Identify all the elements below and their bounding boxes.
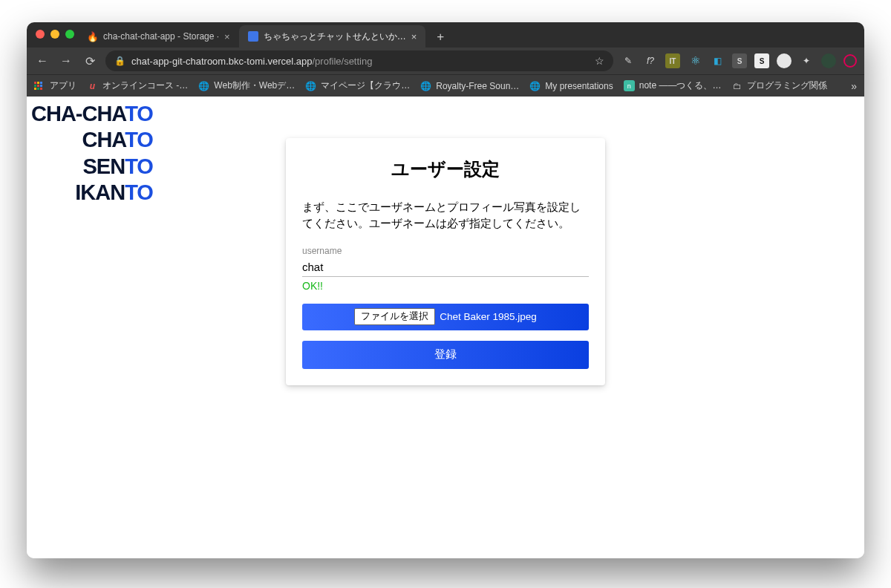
bookmark-5[interactable]: nnote ――つくる、… [624,79,722,92]
chosen-file-name: Chet Baker 1985.jpeg [440,311,537,322]
udemy-icon: u [87,81,98,91]
url-path: /profile/setting [313,56,373,67]
logo-line-2: CHATO [31,127,153,153]
forward-button[interactable]: → [58,54,74,68]
globe-icon: 🌐 [420,81,431,91]
cube-icon[interactable]: ◧ [710,53,725,68]
file-upload-bar: ファイルを選択 Chet Baker 1985.jpeg [302,304,589,330]
toolbar: ← → ⟳ 🔒 chat-app-git-chatroom.bkc-tomi.v… [27,48,864,74]
it-badge-icon[interactable]: IT [665,53,680,68]
folder-icon: 🗀 [731,81,742,91]
page-content: CHA-CHATO CHATO SENTO IKANTO ユーザー設定 まず、こ… [27,97,864,558]
bookmark-label: プログラミング関係 [747,79,827,92]
vpn-ring-icon[interactable] [843,54,857,68]
moon-icon[interactable] [777,53,792,68]
new-tab-button[interactable]: + [430,27,451,48]
apps-label: アプリ [50,79,76,92]
bookmark-label: オンラインコース -… [102,79,188,92]
react-devtools-icon[interactable]: ⚛ [688,53,702,68]
close-tab-icon[interactable]: × [224,31,230,42]
bookmark-label: Web制作・Webデ… [214,79,295,92]
logo-line-1: CHA-CHATO [31,101,153,127]
note-icon: n [624,80,635,91]
bookmark-star-icon[interactable]: ☆ [595,55,604,67]
logo-line-4: IKANTO [31,180,153,206]
bookmark-label: note ――つくる、… [639,79,722,92]
url-host: chat-app-git-chatroom.bkc-tomi.vercel.ap… [131,56,313,67]
favicon-page-icon [248,31,258,42]
minimize-window[interactable] [50,30,59,39]
close-window[interactable] [36,30,45,39]
globe-icon: 🌐 [529,81,541,91]
status-ok: OK!! [302,280,589,292]
bookmarks-bar: アプリ uオンラインコース -… 🌐Web制作・Webデ… 🌐マイページ【クラウ… [27,74,864,97]
logo-line-3: SENTO [31,154,153,180]
address-bar[interactable]: 🔒 chat-app-git-chatroom.bkc-tomi.vercel.… [105,50,613,71]
reload-button[interactable]: ⟳ [82,54,98,68]
puzzle-icon[interactable]: ✦ [799,53,814,68]
bookmark-label: My presentations [545,81,613,91]
card-title: ユーザー設定 [302,157,589,181]
s-badge-white-icon[interactable]: S [754,53,769,68]
bookmark-1[interactable]: 🌐Web制作・Webデ… [198,79,295,92]
submit-button[interactable]: 登録 [302,341,589,369]
globe-icon: 🌐 [198,81,209,91]
s-badge-icon[interactable]: S [732,53,747,68]
apps-shortcut[interactable]: アプリ [34,79,76,92]
user-settings-card: ユーザー設定 まず、ここでユーザネームとプロフィール写真を設定してください。ユー… [286,138,605,385]
favicon-firebase-icon: 🔥 [88,31,98,42]
username-input[interactable] [302,258,589,277]
extension-icons: ✎ f? IT ⚛ ◧ S S ✦ [621,53,857,68]
bookmark-3[interactable]: 🌐Royalty-Free Soun… [420,81,519,91]
close-tab-icon[interactable]: × [411,31,417,42]
tab-title: cha-chat-chat-app - Storage · [103,31,219,42]
back-button[interactable]: ← [34,54,50,68]
f-question-icon[interactable]: f? [643,53,658,68]
card-description: まず、ここでユーザネームとプロフィール写真を設定してください。ユーザネームは必ず… [302,199,589,232]
tab-title: ちゃちゃっとチャットせんといか… [264,30,406,43]
url-text: chat-app-git-chatroom.bkc-tomi.vercel.ap… [131,56,589,67]
tab-0[interactable]: 🔥 cha-chat-chat-app - Storage · × [79,25,239,48]
bookmark-label: Royalty-Free Soun… [436,81,519,91]
wand-icon[interactable]: ✎ [621,53,636,68]
bookmark-4[interactable]: 🌐My presentations [529,81,613,91]
browser-chrome: 🔥 cha-chat-chat-app - Storage · × ちゃちゃっと… [27,22,864,97]
choose-file-button[interactable]: ファイルを選択 [354,308,435,325]
bookmark-overflow[interactable]: » [851,80,857,92]
bookmark-2[interactable]: 🌐マイページ【クラウ… [305,79,410,92]
window-controls [36,30,74,39]
globe-icon: 🌐 [305,81,316,91]
apps-grid-icon [34,82,45,90]
site-logo: CHA-CHATO CHATO SENTO IKANTO [31,101,153,206]
bookmark-label: マイページ【クラウ… [321,79,410,92]
bookmark-6[interactable]: 🗀プログラミング関係 [731,79,827,92]
tab-strip: 🔥 cha-chat-chat-app - Storage · × ちゃちゃっと… [27,22,864,48]
maximize-window[interactable] [65,30,74,39]
browser-window: 🔥 cha-chat-chat-app - Storage · × ちゃちゃっと… [27,22,864,558]
tab-1[interactable]: ちゃちゃっとチャットせんといか… × [239,25,426,48]
lock-icon: 🔒 [114,56,125,66]
username-label: username [302,246,589,256]
avatar-icon[interactable] [821,53,836,68]
bookmark-0[interactable]: uオンラインコース -… [87,79,188,92]
